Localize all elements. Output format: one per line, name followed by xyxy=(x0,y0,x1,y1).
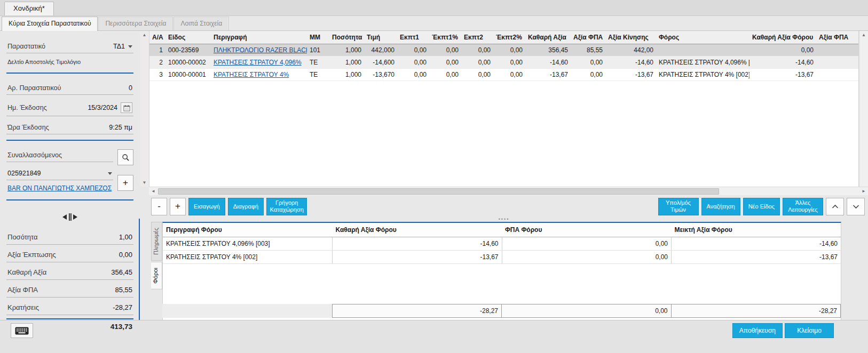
cell-item: 10000-00002 xyxy=(165,57,211,69)
items-grid: Α/Α Είδος Περιγραφή ΜΜ Ποσότητα Τιμή Εκπ… xyxy=(149,31,859,187)
cell-aa: 3 xyxy=(149,69,165,81)
col-header-vat[interactable]: Αξία ΦΠΑ xyxy=(571,31,605,44)
cell-description: ΚΡΑΤΗΣΕΙΣ ΣΤΡΑΤΟΥ 4% xyxy=(211,69,307,81)
scroll-right-icon[interactable]: ► xyxy=(859,189,868,194)
col-header-tax-description[interactable]: Περιγραφή Φόρου xyxy=(163,223,333,237)
quick-entry-button[interactable]: Γρήγορη Καταχώρηση xyxy=(266,198,307,215)
cell-price: -14,600 xyxy=(364,57,397,69)
item-description-link[interactable]: ΠΛΗΚΤΡΟΛΟΓΙΟ RAZER BLACK xyxy=(214,46,307,54)
col-header-disc2pct[interactable]: Έκπτ2% xyxy=(493,31,525,44)
totals-divider xyxy=(139,219,140,320)
col-header-description[interactable]: Περιγραφή xyxy=(211,31,307,44)
col-header-item[interactable]: Είδος xyxy=(165,31,211,44)
counterparty-label: Συναλλασσόμενος xyxy=(7,151,62,159)
col-header-net[interactable]: Καθαρή Αξία xyxy=(525,31,571,44)
total-value: 1,00 xyxy=(119,233,132,241)
counterparty-search-button[interactable] xyxy=(117,149,133,165)
tax-totals-spacer xyxy=(162,304,333,318)
close-button[interactable]: Κλείσιμο xyxy=(785,323,834,338)
cell-tax: ΚΡΑΤΗΣΕΙΣ ΣΤΡΑΤΟΥ 4% [002] xyxy=(656,69,749,81)
total-value: 85,55 xyxy=(115,286,132,294)
cell-tax-description: ΚΡΑΤΗΣΕΙΣ ΣΤΡΑΤΟΥ 4% [002] xyxy=(163,251,333,264)
cell-tax-net: -14,60 xyxy=(333,237,502,251)
cell-price: 442,000 xyxy=(364,44,397,57)
tab-main-data[interactable]: Κύρια Στοιχεία Παραστατικού xyxy=(2,17,98,31)
calendar-icon[interactable] xyxy=(121,102,132,113)
issue-date-label: Ημ. Έκδοσης xyxy=(7,104,47,111)
cell-disc2: 0,00 xyxy=(461,57,493,69)
document-type-field[interactable]: Παραστατικό ΤΔ1 xyxy=(6,41,133,53)
remove-row-button[interactable]: - xyxy=(151,198,167,215)
item-row[interactable]: 3 10000-00001 ΚΡΑΤΗΣΕΙΣ ΣΤΡΑΤΟΥ 4% ΤΕ 1,… xyxy=(149,69,858,81)
issue-time-field[interactable]: Ώρα Έκδοσης 9:25 πμ xyxy=(6,122,133,134)
new-item-button[interactable]: Νέο Είδος xyxy=(743,198,780,215)
other-operations-button[interactable]: Άλλες Λειτουργίες xyxy=(783,198,823,215)
panel-splitter-handle[interactable] xyxy=(6,209,133,227)
col-header-price[interactable]: Τιμή xyxy=(364,31,397,44)
col-header-mm[interactable]: ΜΜ xyxy=(307,31,329,44)
tax-row[interactable]: ΚΡΑΤΗΣΕΙΣ ΣΤΡΑΤΟΥ 4% [002] -13,67 0,00 -… xyxy=(163,251,841,264)
cell-tax-gross: -14,60 xyxy=(672,237,841,251)
total-label: Κρατήσεις xyxy=(7,303,39,311)
expand-panel-button[interactable] xyxy=(847,198,865,215)
scroll-up-icon[interactable]: ▲ xyxy=(143,33,147,37)
tab-payments[interactable]: Πληρωμές xyxy=(151,222,162,261)
grid-vertical-scrollbar[interactable]: ▲ xyxy=(859,31,868,187)
col-header-quantity[interactable]: Ποσότητα xyxy=(329,31,364,44)
col-header-tax-vat-value[interactable]: ΦΠΑ Φόρου xyxy=(502,223,672,237)
cell-disc1: 0,00 xyxy=(397,44,429,57)
calc-prices-button[interactable]: Υπολ/μός Τιμών xyxy=(658,198,699,215)
collapse-panel-button[interactable] xyxy=(826,198,844,215)
tax-header-row: Περιγραφή Φόρου Καθαρή Αξία Φόρου ΦΠΑ Φό… xyxy=(163,223,841,237)
tax-total-gross: -28,27 xyxy=(671,304,841,318)
cell-tax-vat xyxy=(816,44,858,57)
tax-row[interactable]: ΚΡΑΤΗΣΕΙΣ ΣΤΡΑΤΟΥ 4,096% [003] -14,60 0,… xyxy=(163,237,841,251)
scroll-up-icon[interactable]: ▲ xyxy=(862,33,866,37)
window-tab-bar: Χονδρική* xyxy=(0,0,868,16)
delete-button[interactable]: Διαγραφή xyxy=(228,198,264,215)
tab-taxes[interactable]: Φόροι xyxy=(151,262,162,290)
window-tab-xondriki[interactable]: Χονδρική* xyxy=(4,2,54,15)
col-header-tax[interactable]: Φόρος xyxy=(656,31,749,44)
save-button[interactable]: Αποθήκευση xyxy=(732,323,783,338)
total-row-net: Καθαρή Αξία 356,45 xyxy=(6,266,133,280)
item-row[interactable]: 2 10000-00002 ΚΡΑΤΗΣΕΙΣ ΣΤΡΑΤΟΥ 4,096% Τ… xyxy=(149,57,858,69)
insert-button[interactable]: Εισαγωγή xyxy=(188,198,225,215)
col-header-tax-net[interactable]: Καθαρή Αξία Φόρου xyxy=(749,31,816,44)
cell-aa: 2 xyxy=(149,57,165,69)
document-type-select[interactable]: ΤΔ1 xyxy=(113,43,132,50)
col-header-disc2[interactable]: Εκπτ2 xyxy=(461,31,493,44)
col-header-disc1[interactable]: Εκπτ1 xyxy=(397,31,429,44)
counterparty-code-field[interactable]: 025921849 xyxy=(6,167,113,180)
col-header-aa[interactable]: Α/Α xyxy=(149,31,165,44)
taxes-table-area: Περιγραφή Φόρου Καθαρή Αξία Φόρου ΦΠΑ Φό… xyxy=(162,222,841,320)
scroll-down-icon[interactable]: ▼ xyxy=(143,180,147,185)
cell-disc1pct: 0,00 xyxy=(429,69,461,81)
tax-total-net: -28,27 xyxy=(332,304,502,318)
col-header-tax-vat[interactable]: Αξία ΦΠΑ xyxy=(816,31,858,44)
col-header-tax-gross-value[interactable]: Μεικτή Αξία Φόρου xyxy=(672,223,841,237)
scrollbar-thumb[interactable] xyxy=(158,188,719,195)
issue-date-field[interactable]: Ημ. Έκδοσης 15/3/2024 xyxy=(6,100,133,116)
counterparty-field[interactable]: Συναλλασσόμενος xyxy=(6,149,113,162)
add-counterparty-button[interactable]: + xyxy=(117,175,133,191)
cell-disc2: 0,00 xyxy=(461,69,493,81)
item-description-link[interactable]: ΚΡΑΤΗΣΕΙΣ ΣΤΡΑΤΟΥ 4,096% xyxy=(214,59,302,66)
total-row-vat: Αξία ΦΠΑ 85,55 xyxy=(6,283,133,298)
add-row-button[interactable]: + xyxy=(170,198,186,215)
tab-other-data[interactable]: Λοιπά Στοιχεία xyxy=(173,17,229,30)
item-description-link[interactable]: ΚΡΑΤΗΣΕΙΣ ΣΤΡΑΤΟΥ 4% xyxy=(214,71,289,78)
col-header-tax-net-value[interactable]: Καθαρή Αξία Φόρου xyxy=(333,223,502,237)
col-header-disc1pct[interactable]: Έκπτ1% xyxy=(429,31,461,44)
panel-splitter-grip[interactable]: •••• xyxy=(140,218,868,222)
item-row[interactable]: 1 000-23569 ΠΛΗΚΤΡΟΛΟΓΙΟ RAZER BLACK 101… xyxy=(149,44,858,57)
col-header-movement[interactable]: Αξία Κίνησης xyxy=(605,31,656,44)
counterparty-name-link[interactable]: BAR ON ΠΑΝΑΓΙΩΤΗΣ ΧΑΜΠΕΖΟΣ xyxy=(6,183,113,195)
doc-number-field[interactable]: Αρ. Παραστατικού 0 xyxy=(6,82,133,95)
scroll-left-icon[interactable]: ◄ xyxy=(149,189,157,194)
search-button[interactable]: Αναζήτηση xyxy=(701,198,740,215)
grid-left-scrollbar[interactable]: ▲ ▼ xyxy=(140,31,149,187)
cell-net: 356,45 xyxy=(525,44,571,57)
grid-horizontal-scrollbar[interactable]: ◄ ► xyxy=(149,187,868,195)
tab-more-data[interactable]: Περισσότερα Στοιχεία xyxy=(98,17,173,30)
